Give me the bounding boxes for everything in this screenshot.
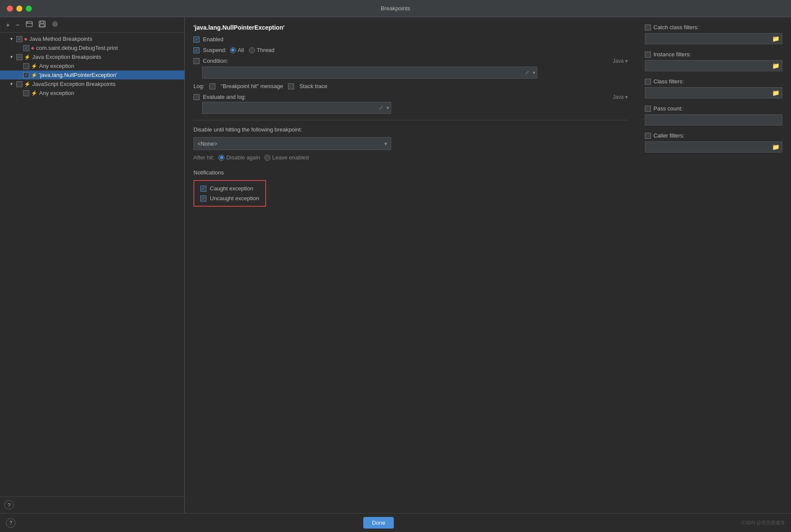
enabled-checkbox[interactable] bbox=[193, 37, 199, 43]
class-filters-input[interactable] bbox=[648, 90, 772, 96]
all-radio-circle bbox=[230, 47, 236, 53]
tree-item-checkbox[interactable]: ✓ bbox=[23, 45, 29, 51]
lightning-icon: ⚡ bbox=[31, 72, 37, 78]
condition-input[interactable] bbox=[202, 68, 523, 77]
pass-count-input[interactable] bbox=[648, 117, 779, 123]
breakpoint-msg-checkbox[interactable] bbox=[209, 83, 215, 89]
uncaught-exception-checkbox[interactable] bbox=[200, 196, 206, 202]
class-filters-checkbox[interactable] bbox=[645, 79, 651, 85]
suspend-all-radio[interactable]: All bbox=[230, 47, 244, 53]
suspend-label: Suspend: bbox=[203, 47, 227, 53]
tree-item-checkbox[interactable]: — bbox=[16, 54, 22, 60]
condition-lang-selector[interactable]: Java ▾ bbox=[613, 58, 628, 64]
instance-input[interactable] bbox=[648, 63, 772, 69]
stack-trace-label: Stack trace bbox=[299, 83, 327, 89]
footer-help-button[interactable]: ? bbox=[6, 518, 15, 528]
tree-item-label: Any exception bbox=[39, 90, 74, 96]
tree-item-java-exception-group[interactable]: ▾ — ⚡ Java Exception Breakpoints bbox=[0, 52, 184, 61]
evaluate-options-button[interactable]: ▾ bbox=[385, 105, 391, 111]
save-icon bbox=[39, 21, 46, 28]
tree-item-null-pointer[interactable]: ✓ ⚡ 'java.lang.NullPointerException' bbox=[0, 70, 184, 79]
done-button[interactable]: Done bbox=[363, 517, 394, 529]
tree-item-js-exception-group[interactable]: ▾ ⚡ JavaScript Exception Breakpoints bbox=[0, 79, 184, 89]
main-layout: + − bbox=[0, 17, 791, 513]
help-button[interactable]: ? bbox=[4, 500, 14, 510]
input-options-button[interactable]: ▾ bbox=[531, 70, 537, 76]
after-hit-row: After hit: Disable again Leave enabled bbox=[193, 154, 628, 161]
tree-item-label: JavaScript Exception Breakpoints bbox=[32, 81, 116, 87]
evaluate-input[interactable] bbox=[202, 104, 377, 112]
dropdown-arrow-icon: ▾ bbox=[384, 141, 387, 147]
left-panel: + − bbox=[0, 17, 185, 513]
tree-item-any-exception-js[interactable]: ⚡ Any exception bbox=[0, 89, 184, 98]
tree-item-checkbox[interactable]: ✓ bbox=[23, 72, 29, 78]
evaluate-lang-selector[interactable]: Java ▾ bbox=[613, 94, 628, 100]
catch-class-browse-button[interactable]: 📁 bbox=[772, 35, 779, 42]
evaluate-lang-label: Java bbox=[613, 94, 623, 100]
class-filter-group: Class filters: 📁 bbox=[645, 78, 782, 98]
remove-button[interactable]: − bbox=[14, 20, 21, 29]
footer-bar: ? Done CSDN @完完爱健身 bbox=[0, 513, 791, 532]
caller-filter-group: Caller filters: 📁 bbox=[645, 132, 782, 153]
evaluate-expand-button[interactable]: ⤢ bbox=[377, 105, 385, 111]
log-row: Log: "Breakpoint hit" message Stack trac… bbox=[193, 83, 628, 89]
save-button[interactable] bbox=[37, 20, 47, 30]
caller-filters-browse-button[interactable]: 📁 bbox=[772, 144, 779, 150]
instance-filter-group: Instance filters: 📁 bbox=[645, 51, 782, 71]
minimize-button[interactable] bbox=[16, 6, 22, 12]
two-col-layout: 'java.lang.NullPointerException' Enabled… bbox=[193, 24, 782, 207]
tree-item-java-method-group[interactable]: ▾ ✓ ◆ Java Method Breakpoints bbox=[0, 34, 184, 43]
tree-item-debug-print[interactable]: ✓ ◆ com.saint.debug.DebugTest.print bbox=[0, 43, 184, 52]
class-filters-input-wrap: 📁 bbox=[645, 87, 782, 98]
load-icon bbox=[26, 21, 33, 28]
maximize-button[interactable] bbox=[26, 6, 32, 12]
tree-item-checkbox[interactable] bbox=[16, 81, 22, 87]
expand-arrow: ▾ bbox=[10, 54, 16, 60]
pass-count-checkbox[interactable] bbox=[645, 106, 651, 112]
title-bar: Breakpoints bbox=[0, 0, 791, 17]
evaluate-checkbox[interactable] bbox=[193, 94, 199, 100]
catch-class-input-wrap: 📁 bbox=[645, 33, 782, 44]
tree-item-label: com.saint.debug.DebugTest.print bbox=[36, 45, 118, 51]
condition-lang-arrow: ▾ bbox=[625, 58, 628, 64]
instance-checkbox[interactable] bbox=[645, 52, 651, 58]
notifications-box: Caught exception Uncaught exception bbox=[193, 180, 266, 207]
log-label: Log: bbox=[193, 83, 204, 89]
settings-button[interactable] bbox=[50, 20, 60, 30]
condition-lang-label: Java bbox=[613, 58, 623, 64]
catch-class-input[interactable] bbox=[648, 36, 772, 42]
tree-item-checkbox[interactable]: ✓ bbox=[16, 36, 22, 42]
evaluate-row: Evaluate and log: Java ▾ bbox=[193, 94, 628, 100]
notifications-section: Notifications Caught exception Uncaught … bbox=[193, 169, 628, 207]
catch-class-checkbox[interactable] bbox=[645, 24, 651, 31]
leave-enabled-radio[interactable]: Leave enabled bbox=[264, 154, 309, 161]
condition-checkbox[interactable] bbox=[193, 58, 199, 64]
suspend-row: Suspend: All Thread bbox=[193, 47, 628, 53]
disable-again-radio[interactable]: Disable again bbox=[218, 154, 260, 161]
tree-item-any-exception[interactable]: ⚡ Any exception bbox=[0, 61, 184, 70]
diamond-icon: ◆ bbox=[24, 37, 28, 41]
window-title: Breakpoints bbox=[381, 5, 411, 12]
caller-filters-checkbox[interactable] bbox=[645, 133, 651, 139]
tree-item-checkbox[interactable] bbox=[23, 90, 29, 96]
stack-trace-checkbox[interactable] bbox=[288, 83, 294, 89]
svg-rect-3 bbox=[40, 24, 44, 27]
evaluate-label: Evaluate and log: bbox=[203, 94, 246, 100]
expand-input-button[interactable]: ⤢ bbox=[523, 70, 531, 76]
tree-item-checkbox[interactable] bbox=[23, 63, 29, 69]
svg-point-4 bbox=[54, 23, 56, 25]
class-filters-browse-button[interactable]: 📁 bbox=[772, 89, 779, 96]
caught-exception-checkbox[interactable] bbox=[200, 186, 206, 192]
add-button[interactable]: + bbox=[4, 20, 12, 29]
expand-arrow: ▾ bbox=[10, 36, 16, 42]
caller-filters-input[interactable] bbox=[648, 144, 772, 150]
lightning-icon: ⚡ bbox=[31, 90, 37, 96]
tree-item-label: Any exception bbox=[39, 63, 74, 69]
svg-rect-2 bbox=[40, 21, 44, 23]
suspend-checkbox[interactable] bbox=[193, 47, 199, 53]
instance-browse-button[interactable]: 📁 bbox=[772, 62, 779, 69]
close-button[interactable] bbox=[7, 6, 13, 12]
disable-dropdown[interactable]: <None> ▾ bbox=[193, 137, 391, 150]
load-button[interactable] bbox=[24, 20, 34, 30]
suspend-thread-radio[interactable]: Thread bbox=[249, 47, 274, 53]
